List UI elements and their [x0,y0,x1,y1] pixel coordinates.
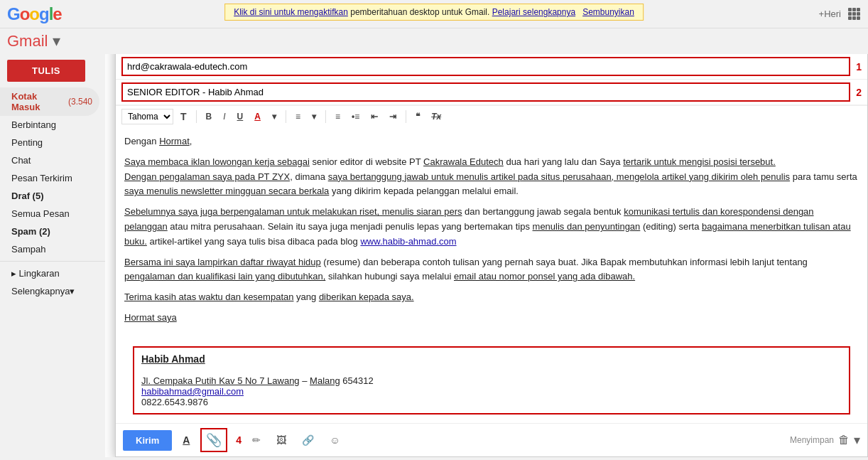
hide-link[interactable]: Sembunyikan [582,7,634,17]
toolbar-divider-2 [286,110,286,123]
notification-click-link[interactable]: Klik di sini untuk mengaktifkan [234,7,348,17]
signature-name: Habib Ahmad [141,353,842,365]
sidebar-item-starred[interactable]: Berbintang [0,116,99,134]
to-field-row: 1 [116,54,867,80]
sidebar-inbox-label: Kotak Masuk [11,91,68,112]
align-drop-btn[interactable]: ▾ [308,109,320,124]
sidebar-item-trash[interactable]: Sampah [0,240,99,258]
to-input[interactable] [121,57,850,76]
text-color-bottom-btn[interactable]: A [178,431,195,449]
toolbar-divider-3 [325,110,326,123]
indent-more-btn[interactable]: ⇥ [385,109,401,124]
sidebar-item-all[interactable]: Semua Pesan [0,205,99,223]
font-select[interactable]: Tahoma [121,109,173,124]
compose-button[interactable]: TULIS [7,60,85,82]
subject-input[interactable] [121,82,850,102]
toolbar-divider-4 [406,110,406,123]
signature-phone: 0822.6543.9876 [141,397,842,407]
body-para-4: Terima kasih atas waktu dan kesempatan y… [124,290,859,305]
underline-btn[interactable]: U [233,109,248,124]
ol-btn[interactable]: ≡ [331,109,345,124]
body-closing: Hormat saya [124,311,859,326]
content-area: Pesan Baru – ❐ ✕ 1 2 Tahoma [105,54,868,457]
notification-text: pemberitahuan desktop untuk Gmail. [350,7,492,17]
field-number-4: 4 [236,434,242,446]
user-name[interactable]: +Heri [819,9,841,19]
send-button[interactable]: Kirim [123,430,172,451]
compose-toolbar: Tahoma T B I U A ▾ ≡ ▾ ≡ •≡ ⇤ ⇥ ❝ Tx [116,105,867,127]
compose-bottom: Kirim A 📎 4 ✏ 🖼 🔗 ☺ Menyimpan 🗑 ▾ [116,423,867,456]
attach-button[interactable]: 📎 [200,428,227,452]
signature-box: Habib Ahmad Jl. Cempaka Putih Kav 5 No 7… [133,346,850,414]
quote-btn[interactable]: ❝ [411,109,424,124]
notification-bar: Klik di sini untuk mengaktifkan pemberit… [224,4,644,21]
google-logo: Google [7,4,62,24]
top-bar: Google Klik di sini untuk mengaktifkan p… [0,0,868,28]
insert-photo-btn[interactable]: 🖼 [271,431,291,449]
sidebar-item-sent[interactable]: Pesan Terkirim [0,169,99,187]
body-para-2: Sebelumnya saya juga berpengalaman untuk… [124,205,859,249]
font-size-btn[interactable]: T [176,109,191,124]
insert-emoji-btn[interactable]: ☺ [325,431,345,449]
sidebar-all-label: Semua Pesan [11,208,70,219]
font-color-drop-btn[interactable]: ▾ [268,109,281,124]
sidebar-sent-label: Pesan Terkirim [11,173,72,183]
sidebar-item-inbox[interactable]: Kotak Masuk (3.540 [0,87,99,116]
toolbar-divider-1 [196,110,197,123]
sidebar-item-important[interactable]: Penting [0,134,99,151]
sidebar-inbox-count: (3.540 [68,97,92,107]
insert-chain-btn[interactable]: 🔗 [297,431,319,449]
top-right: +Heri [819,8,861,21]
insert-link-btn[interactable]: ✏ [247,431,266,449]
body-para-3: Bersama ini saya lampirkan daftar riwaya… [124,255,859,285]
signature-address: Jl. Cempaka Putih Kav 5 No 7 Lawang – Ma… [141,375,842,386]
sidebar-important-label: Penting [11,137,43,148]
indent-less-btn[interactable]: ⇤ [367,109,382,124]
sidebar-item-chat[interactable]: Chat [0,151,99,169]
compose-modal: Pesan Baru – ❐ ✕ 1 2 Tahoma [115,54,868,457]
sidebar-item-drafts[interactable]: Draf (5) [0,187,99,205]
sidebar-chat-label: Chat [11,155,31,166]
learn-more-link[interactable]: Pelajari selengkapnya [492,7,575,17]
font-color-btn[interactable]: A [250,109,265,124]
body-salutation: Dengan Hormat, [124,134,859,149]
gmail-label: Gmail ▾ [7,32,60,50]
sidebar-circles-label: ▸ Lingkaran [11,268,60,279]
sidebar-more-label: Selengkapnya▾ [11,286,75,296]
sidebar-spam-label: Spam (2) [11,226,50,237]
sidebar-starred-label: Berbintang [11,119,56,130]
ul-btn[interactable]: •≡ [347,109,364,124]
sidebar-trash-label: Sampah [11,244,45,255]
signature-email-link[interactable]: habibahmad@gmail.com [141,386,244,397]
blog-link[interactable]: www.habib-ahmad.com [360,236,456,247]
main-layout: TULIS Kotak Masuk (3.540 Berbintang Pent… [0,54,868,457]
sidebar-item-spam[interactable]: Spam (2) [0,223,99,240]
field-number-2: 2 [856,87,862,98]
sidebar-item-circles[interactable]: ▸ Lingkaran [0,264,99,282]
sidebar-drafts-label: Draf (5) [11,191,44,201]
apps-icon[interactable] [848,8,861,21]
trash-icon[interactable]: 🗑 [838,434,850,446]
compose-body[interactable]: Dengan Hormat, Saya membaca iklan lowong… [116,127,867,341]
italic-btn[interactable]: I [219,109,229,124]
save-area: Menyimpan 🗑 ▾ [790,432,860,448]
signature-email: habibahmad@gmail.com [141,386,842,397]
clear-format-btn[interactable]: Tx [427,109,445,124]
bold-btn[interactable]: B [202,109,217,124]
subject-field-row: 2 [116,80,867,105]
sidebar-divider [0,261,105,262]
more-options-icon[interactable]: ▾ [854,432,860,448]
field-number-1: 1 [856,61,862,73]
saving-label: Menyimpan [790,435,834,445]
sidebar-item-more[interactable]: Selengkapnya▾ [0,282,99,300]
gmail-header: Gmail ▾ [0,28,868,54]
sidebar: TULIS Kotak Masuk (3.540 Berbintang Pent… [0,54,105,457]
align-btn[interactable]: ≡ [291,109,305,124]
body-para-1: Saya membaca iklan lowongan kerja sebaga… [124,155,859,199]
